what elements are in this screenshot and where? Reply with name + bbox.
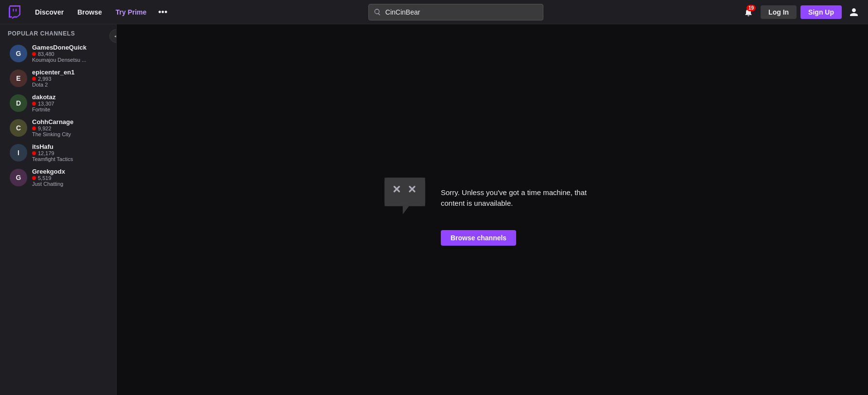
search-bar[interactable]	[368, 4, 543, 20]
try-prime-nav[interactable]: Try Prime	[110, 5, 153, 19]
more-nav[interactable]: •••	[155, 5, 172, 19]
channel-info: dakotaz 13,307 Fortnite	[32, 93, 106, 112]
browse-nav[interactable]: Browse	[71, 5, 108, 19]
svg-rect-0	[384, 178, 425, 206]
signup-button[interactable]: Sign Up	[800, 5, 842, 19]
notification-badge: 19	[746, 5, 756, 11]
channel-meta: 83,480	[32, 51, 106, 57]
svg-marker-1	[403, 206, 409, 215]
user-menu-button[interactable]	[846, 4, 862, 20]
error-icon-area: Sorry. Unless you've got a time machine,…	[381, 174, 604, 222]
channel-avatar: I	[10, 144, 27, 162]
sidebar-channel-item[interactable]: E epicenter_en1 2,993 Dota 2	[2, 66, 114, 90]
live-dot	[32, 77, 36, 81]
channel-name: epicenter_en1	[32, 69, 106, 76]
live-dot	[32, 102, 36, 106]
main-content: Sorry. Unless you've got a time machine,…	[117, 24, 868, 395]
live-dot	[32, 176, 36, 180]
sidebar-channel-item[interactable]: D dakotaz 13,307 Fortnite	[2, 90, 114, 115]
notifications-button[interactable]: 19	[740, 4, 757, 20]
sidebar-channel-item[interactable]: G GamesDoneQuick 83,480 Koumajou Densets…	[2, 41, 114, 66]
login-button[interactable]: Log In	[761, 5, 797, 19]
channel-name: GamesDoneQuick	[32, 44, 106, 51]
live-dot	[32, 52, 36, 56]
main-area: ◀ Popular Channels G GamesDoneQuick 83,4…	[0, 24, 868, 395]
topnav-right: 19 Log In Sign Up	[740, 4, 862, 20]
search-icon	[374, 8, 382, 16]
channel-avatar: G	[10, 45, 27, 62]
error-message: Sorry. Unless you've got a time machine,…	[441, 187, 604, 209]
viewer-count: 9,922	[38, 126, 52, 131]
channel-game: Teamfight Tactics	[32, 156, 106, 162]
channel-name: CohhCarnage	[32, 118, 106, 126]
channel-meta: 2,993	[32, 76, 106, 82]
channel-avatar: G	[10, 169, 27, 186]
twitch-logo[interactable]	[6, 3, 23, 21]
viewer-count: 13,307	[38, 101, 54, 107]
viewer-count: 83,480	[38, 51, 54, 57]
channel-name: itsHafu	[32, 143, 106, 150]
topnav: Discover Browse Try Prime ••• 19 Log In …	[0, 0, 868, 24]
viewer-count: 2,993	[38, 76, 52, 82]
channel-name: Greekgodx	[32, 168, 106, 175]
sidebar-channel-item[interactable]: I itsHafu 12,179 Teamfight Tactics	[2, 140, 114, 165]
channel-game: Dota 2	[32, 82, 106, 88]
search-input[interactable]	[385, 8, 538, 16]
channel-meta: 12,179	[32, 150, 106, 156]
live-dot	[32, 151, 36, 155]
viewer-count: 5,519	[38, 175, 52, 181]
channel-game: Fortnite	[32, 107, 106, 112]
channel-list: G GamesDoneQuick 83,480 Koumajou Densets…	[0, 41, 116, 190]
discover-nav[interactable]: Discover	[29, 5, 69, 19]
search-wrap	[173, 4, 738, 20]
channel-name: dakotaz	[32, 93, 106, 101]
user-icon	[849, 7, 859, 17]
channel-avatar: D	[10, 94, 27, 112]
error-panel: Sorry. Unless you've got a time machine,…	[381, 174, 604, 246]
channel-info: itsHafu 12,179 Teamfight Tactics	[32, 143, 106, 162]
live-dot	[32, 126, 36, 130]
channel-game: The Sinking City	[32, 131, 106, 137]
channel-game: Koumajou Densetsu ...	[32, 57, 106, 63]
channel-avatar: E	[10, 70, 27, 87]
channel-info: GamesDoneQuick 83,480 Koumajou Densetsu …	[32, 44, 106, 63]
viewer-count: 12,179	[38, 150, 54, 156]
channel-meta: 13,307	[32, 101, 106, 107]
sidebar-section-title: Popular Channels	[0, 24, 116, 41]
channel-info: epicenter_en1 2,993 Dota 2	[32, 69, 106, 88]
sidebar-channel-item[interactable]: C CohhCarnage 9,922 The Sinking City	[2, 115, 114, 140]
sidebar: ◀ Popular Channels G GamesDoneQuick 83,4…	[0, 24, 117, 395]
sidebar-channel-item[interactable]: G Greekgodx 5,519 Just Chatting	[2, 165, 114, 190]
channel-meta: 5,519	[32, 175, 106, 181]
channel-info: CohhCarnage 9,922 The Sinking City	[32, 118, 106, 137]
channel-avatar: C	[10, 119, 27, 137]
browse-channels-button[interactable]: Browse channels	[441, 230, 516, 246]
channel-game: Just Chatting	[32, 181, 106, 187]
error-bubble-icon	[381, 174, 429, 222]
channel-meta: 9,922	[32, 126, 106, 131]
channel-info: Greekgodx 5,519 Just Chatting	[32, 168, 106, 187]
